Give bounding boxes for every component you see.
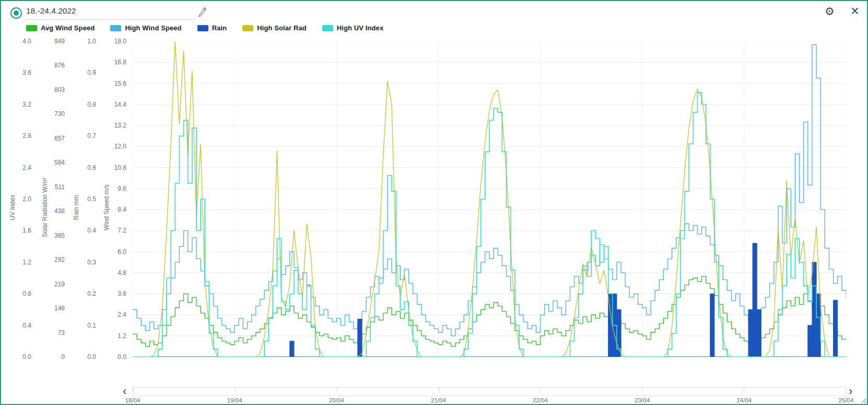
legend-label: High Solar Rad <box>257 24 307 32</box>
uv-tick-label: 3.6 <box>17 69 31 76</box>
avg-wind-swatch-icon <box>26 25 37 31</box>
rain-axis-title: Rain mm <box>73 195 80 220</box>
solar-tick-label: 511 <box>48 183 65 191</box>
legend-label: Avg Wind Speed <box>41 24 95 32</box>
solar-tick-label: 803 <box>48 86 65 94</box>
rain-tick-label: 0.3 <box>83 259 96 266</box>
edit-pencil-icon[interactable] <box>198 7 207 17</box>
solar-tick-label: 876 <box>48 62 65 69</box>
uv-tick-label: 2.4 <box>17 164 31 171</box>
chart-legend: Avg Wind Speed High Wind Speed Rain High… <box>26 24 383 32</box>
x-axis-scrollbar[interactable] <box>133 387 846 396</box>
uv-tick-label: 0.4 <box>17 322 31 329</box>
legend-label: Rain <box>212 24 227 32</box>
wind-tick-label: 0.0 <box>109 353 126 361</box>
wind-axis-title: Wind Speed m/s <box>103 184 110 230</box>
x-axis-day-label: 23/04 <box>635 397 650 403</box>
wind-tick-label: 7.2 <box>109 227 126 234</box>
solar-tick-label: 146 <box>48 305 65 312</box>
solar-tick-label: 0 <box>48 353 65 361</box>
solar-tick-label: 584 <box>48 159 65 166</box>
uv-axis-title: UV Index <box>9 194 16 220</box>
uv-tick-label: 3.2 <box>17 101 31 108</box>
solar-tick-label: 292 <box>48 256 65 263</box>
x-axis-day-label: 24/04 <box>736 397 752 403</box>
solar-tick-label: 949 <box>48 38 65 45</box>
legend-item-avg-wind[interactable]: Avg Wind Speed <box>26 24 95 32</box>
rain-tick-label: 0.6 <box>83 164 96 171</box>
rain-tick-label: 0.8 <box>83 101 96 108</box>
rain-tick-label: 0.9 <box>83 69 96 76</box>
chart-plot-area[interactable] <box>133 41 846 357</box>
rain-swatch-icon <box>197 25 208 31</box>
rain-tick-label: 0.7 <box>83 132 96 140</box>
wind-tick-label: 8.4 <box>109 206 126 213</box>
solar-swatch-icon <box>242 25 253 31</box>
wind-tick-label: 18.0 <box>109 38 126 45</box>
wind-tick-label: 3.6 <box>109 290 126 297</box>
solar-tick-label: 365 <box>48 232 65 239</box>
weather-chart-widget: { "window": { "title_value": "18.-24.4.2… <box>0 0 868 405</box>
radio-dot-icon <box>14 10 19 16</box>
uv-tick-label: 1.6 <box>17 227 31 234</box>
wind-tick-label: 4.8 <box>109 269 126 276</box>
rain-tick-label: 0.4 <box>83 227 96 234</box>
uv-tick-label: 2.8 <box>17 132 31 140</box>
wind-tick-label: 2.4 <box>109 311 126 318</box>
wind-tick-label: 1.2 <box>109 332 126 340</box>
uv-tick-label: 0.0 <box>17 353 31 361</box>
wind-tick-label: 14.4 <box>109 101 126 108</box>
uv-tick-label: 2.0 <box>17 195 31 203</box>
solar-tick-label: 73 <box>48 329 65 337</box>
rain-tick-label: 0.1 <box>83 322 96 329</box>
wind-tick-label: 12.0 <box>109 143 126 150</box>
scroll-left-chevron-icon[interactable]: ‹ <box>123 386 126 397</box>
resize-grip-icon[interactable] <box>860 397 867 403</box>
date-range-input[interactable] <box>26 5 195 20</box>
high-wind-swatch-icon <box>110 25 121 31</box>
wind-tick-label: 9.6 <box>109 185 126 192</box>
solar-axis-title: Solar Radiation W/m² <box>41 178 49 237</box>
solar-tick-label: 657 <box>48 135 65 142</box>
rain-tick-label: 1.0 <box>83 38 96 45</box>
wind-tick-label: 10.8 <box>109 164 126 171</box>
wind-tick-label: 13.2 <box>109 122 126 129</box>
solar-tick-label: 438 <box>48 207 65 215</box>
solar-tick-label: 219 <box>48 281 65 288</box>
uv-tick-label: 1.2 <box>17 259 31 266</box>
uv-tick-label: 4.0 <box>17 38 31 45</box>
x-axis-day-label: 21/04 <box>431 397 446 403</box>
x-axis-day-label: 18/04 <box>125 397 140 403</box>
x-axis-day-label: 19/04 <box>227 397 242 403</box>
legend-item-solar[interactable]: High Solar Rad <box>242 24 307 32</box>
legend-item-rain[interactable]: Rain <box>197 24 227 32</box>
legend-label: High Wind Speed <box>125 24 181 32</box>
uv-tick-label: 0.8 <box>17 290 31 297</box>
x-axis-day-label: 25/04 <box>839 397 854 403</box>
rain-tick-label: 0.5 <box>83 195 96 203</box>
legend-item-uv[interactable]: High UV Index <box>322 24 383 32</box>
settings-gear-icon[interactable]: ⚙ <box>825 5 835 18</box>
wind-tick-label: 6.0 <box>109 248 126 256</box>
scroll-right-chevron-icon[interactable]: › <box>849 386 852 397</box>
solar-tick-label: 730 <box>48 110 65 118</box>
record-radio-button[interactable] <box>10 7 22 19</box>
rain-tick-label: 0.0 <box>83 353 96 361</box>
wind-tick-label: 15.6 <box>109 80 126 87</box>
rain-tick-label: 0.2 <box>83 290 96 297</box>
close-icon[interactable]: × <box>851 3 859 19</box>
x-axis-day-label: 22/04 <box>533 397 548 403</box>
uv-swatch-icon <box>322 25 333 31</box>
x-axis-day-label: 20/04 <box>329 397 344 403</box>
legend-label: High UV Index <box>337 24 383 32</box>
wind-tick-label: 16.8 <box>109 59 126 66</box>
legend-item-high-wind[interactable]: High Wind Speed <box>110 24 181 32</box>
